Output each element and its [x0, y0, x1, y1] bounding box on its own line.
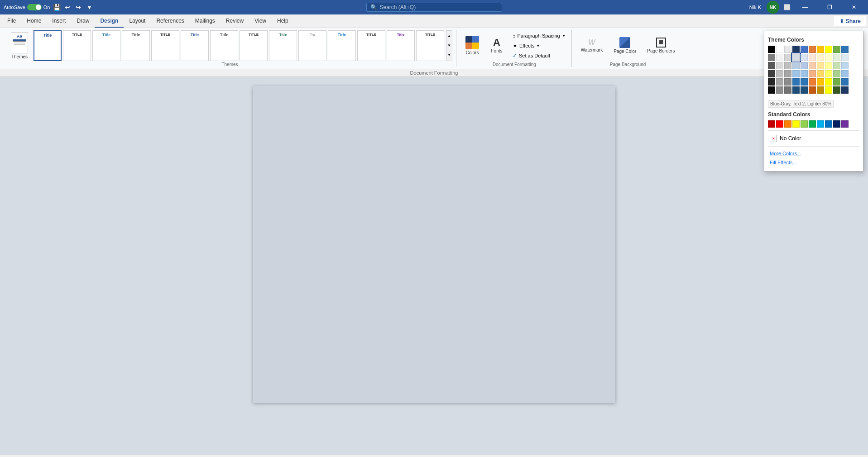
standard-color-3[interactable]	[792, 120, 800, 128]
page-color-button[interactable]: Page Color	[609, 30, 641, 61]
avatar[interactable]: NK	[767, 1, 779, 14]
save-icon[interactable]: 💾	[53, 3, 61, 11]
undo-icon[interactable]: ↩	[63, 3, 72, 11]
shade-1-4[interactable]	[801, 62, 808, 69]
theme-item-6[interactable]: Title	[210, 30, 238, 61]
tab-insert[interactable]: Insert	[47, 14, 71, 28]
standard-color-7[interactable]	[825, 120, 832, 128]
shade-4-5[interactable]	[809, 86, 816, 94]
shade-4-4[interactable]	[801, 86, 808, 94]
shade-0-9[interactable]	[841, 54, 849, 61]
tab-references[interactable]: References	[151, 14, 189, 28]
theme-item-8[interactable]: Title	[269, 30, 297, 61]
more-colors-link[interactable]: More Colors...	[768, 149, 859, 157]
shade-0-8[interactable]	[833, 54, 840, 61]
effects-button[interactable]: ✦ Effects ▾	[510, 42, 568, 50]
set-default-button[interactable]: ✓ Set as Default	[510, 52, 568, 60]
standard-color-8[interactable]	[833, 120, 840, 128]
theme-item-4[interactable]: TITLE	[151, 30, 179, 61]
fill-effects-link[interactable]: Fill Effects...	[768, 158, 859, 167]
shade-2-9[interactable]	[841, 70, 849, 77]
standard-color-9[interactable]	[841, 120, 849, 128]
tab-draw[interactable]: Draw	[71, 14, 95, 28]
shade-3-4[interactable]	[801, 78, 808, 86]
shade-3-5[interactable]	[809, 78, 816, 86]
theme-item-0[interactable]: Title	[34, 30, 62, 61]
tab-file[interactable]: File	[2, 14, 21, 28]
shade-0-1[interactable]	[776, 54, 783, 61]
shade-0-5[interactable]	[809, 54, 816, 61]
theme-item-7[interactable]: TITLE	[240, 30, 268, 61]
shade-3-3[interactable]	[792, 78, 800, 86]
shade-1-0[interactable]	[768, 62, 775, 69]
standard-color-4[interactable]	[801, 120, 808, 128]
shade-4-1[interactable]	[776, 86, 783, 94]
shade-4-2[interactable]	[784, 86, 791, 94]
shade-4-6[interactable]	[817, 86, 824, 94]
no-color-option[interactable]: ✕ No Color	[768, 133, 859, 143]
tab-layout[interactable]: Layout	[124, 14, 151, 28]
paragraph-spacing-button[interactable]: ↕ Paragraph Spacing ▾	[510, 32, 568, 40]
shade-1-6[interactable]	[817, 62, 824, 69]
page-borders-button[interactable]: ⬛ Page Borders	[643, 30, 679, 61]
theme-color-0[interactable]	[768, 46, 775, 53]
shade-1-7[interactable]	[825, 62, 832, 69]
colors-button[interactable]: Colors	[461, 30, 484, 61]
theme-color-5[interactable]	[809, 46, 816, 53]
gallery-scroll[interactable]: ▲ ▼ ▾	[446, 30, 452, 61]
quick-access-dropdown-icon[interactable]: ▾	[85, 3, 93, 11]
theme-item-2[interactable]: Title	[92, 30, 120, 61]
tab-design[interactable]: Design	[95, 14, 124, 28]
theme-item-9[interactable]: Tru	[298, 30, 326, 61]
shade-2-6[interactable]	[817, 70, 824, 77]
shade-3-0[interactable]	[768, 78, 775, 86]
themes-button[interactable]: Aa Themes	[7, 30, 32, 61]
shade-0-7[interactable]	[825, 54, 832, 61]
shade-1-9[interactable]	[841, 62, 849, 69]
theme-item-3[interactable]: Title	[122, 30, 150, 61]
theme-item-5[interactable]: Title	[181, 30, 209, 61]
search-input[interactable]	[380, 4, 489, 10]
shade-3-9[interactable]	[841, 78, 849, 86]
redo-icon[interactable]: ↪	[74, 3, 82, 11]
theme-color-3[interactable]	[792, 46, 800, 53]
shade-2-2[interactable]	[784, 70, 791, 77]
theme-color-2[interactable]	[784, 46, 791, 53]
minimize-button[interactable]: —	[795, 0, 815, 14]
shade-1-3[interactable]	[792, 62, 800, 69]
shade-2-4[interactable]	[801, 70, 808, 77]
theme-item-11[interactable]: TITLE	[357, 30, 385, 61]
theme-item-10[interactable]: Title	[328, 30, 356, 61]
restore-button[interactable]: ❐	[819, 0, 840, 14]
standard-color-6[interactable]	[817, 120, 824, 128]
tab-mailings[interactable]: Mailings	[190, 14, 221, 28]
shade-1-1[interactable]	[776, 62, 783, 69]
theme-color-8[interactable]	[833, 46, 840, 53]
shade-3-7[interactable]	[825, 78, 832, 86]
shade-0-0[interactable]	[768, 54, 775, 61]
shade-3-6[interactable]	[817, 78, 824, 86]
standard-color-2[interactable]	[784, 120, 791, 128]
shade-4-8[interactable]	[833, 86, 840, 94]
shade-0-4[interactable]	[801, 54, 808, 61]
autosave-toggle[interactable]: AutoSave On	[4, 4, 50, 10]
theme-item-1[interactable]: TITLE	[63, 30, 91, 61]
shade-0-2[interactable]	[784, 54, 791, 61]
watermark-button[interactable]: W Watermark	[576, 30, 608, 61]
tab-home[interactable]: Home	[21, 14, 47, 28]
close-button[interactable]: ✕	[844, 0, 864, 14]
shade-1-8[interactable]	[833, 62, 840, 69]
theme-color-6[interactable]	[817, 46, 824, 53]
shade-1-5[interactable]	[809, 62, 816, 69]
shade-0-3[interactable]	[792, 54, 800, 61]
standard-color-1[interactable]	[776, 120, 783, 128]
shade-3-1[interactable]	[776, 78, 783, 86]
theme-color-4[interactable]	[801, 46, 808, 53]
theme-color-1[interactable]	[776, 46, 783, 53]
fonts-button[interactable]: A Fonts	[485, 30, 508, 61]
standard-color-5[interactable]	[809, 120, 816, 128]
shade-3-2[interactable]	[784, 78, 791, 86]
standard-color-0[interactable]	[768, 120, 775, 128]
shade-2-5[interactable]	[809, 70, 816, 77]
shade-3-8[interactable]	[833, 78, 840, 86]
